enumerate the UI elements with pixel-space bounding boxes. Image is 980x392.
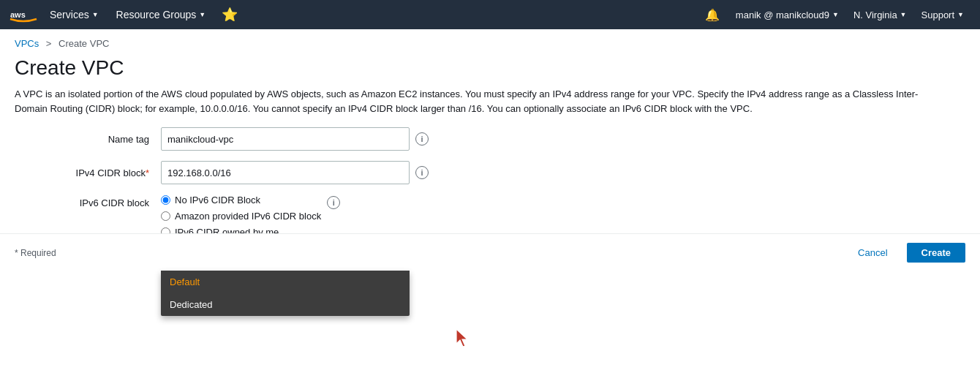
resource-groups-chevron: ▼ (199, 11, 206, 18)
tenancy-dropdown-menu: Default Dedicated (161, 271, 410, 316)
footer-bar: * Required Cancel Create (0, 233, 980, 271)
region-label: N. Virginia (853, 10, 897, 20)
page-description: A VPC is an isolated portion of the AWS … (0, 87, 936, 127)
resource-groups-label: Resource Groups (116, 9, 197, 20)
breadcrumb-separator: > (46, 38, 52, 49)
vpcs-breadcrumb-link[interactable]: VPCs (15, 38, 39, 49)
nav-right: 🔔 manik @ manikcloud9 ▼ N. Virginia ▼ Su… (696, 0, 971, 29)
top-nav: aws Services ▼ Resource Groups ▼ ⭐ 🔔 man… (0, 0, 980, 29)
user-nav-item[interactable]: manik @ manikcloud9 ▼ (728, 0, 846, 29)
ipv4-cidr-info-icon[interactable]: i (415, 166, 429, 179)
breadcrumb: VPCs > Create VPC (0, 29, 980, 52)
services-chevron: ▼ (92, 11, 99, 18)
name-tag-label: Name tag (15, 134, 161, 145)
name-tag-info-icon[interactable]: i (415, 132, 429, 146)
services-label: Services (50, 9, 89, 20)
breadcrumb-current: Create VPC (59, 38, 109, 49)
ipv6-no-cidr-radio[interactable] (161, 195, 170, 205)
aws-logo[interactable]: aws (9, 4, 38, 25)
user-chevron: ▼ (832, 11, 839, 18)
user-label: manik @ manikcloud9 (736, 10, 829, 20)
name-tag-input[interactable] (161, 127, 410, 151)
support-label: Support (921, 10, 955, 20)
name-tag-row: Name tag i (15, 127, 965, 151)
ipv4-cidr-label: IPv4 CIDR block* (15, 167, 161, 178)
tenancy-option-dedicated[interactable]: Dedicated (161, 293, 410, 316)
svg-text:aws: aws (10, 10, 26, 19)
create-button[interactable]: Create (907, 243, 965, 263)
ipv6-info-icon[interactable]: i (327, 196, 340, 209)
region-nav-item[interactable]: N. Virginia ▼ (846, 0, 914, 29)
cancel-button[interactable]: Cancel (846, 243, 899, 263)
bell-icon[interactable]: 🔔 (696, 8, 728, 22)
ipv6-cidr-label: IPv6 CIDR block (15, 195, 161, 208)
ipv6-cidr-row: IPv6 CIDR block No IPv6 CIDR Block Amazo… (15, 195, 965, 238)
pin-icon[interactable]: ⭐ (214, 7, 245, 23)
ipv6-radio-group: No IPv6 CIDR Block Amazon provided IPv6 … (161, 195, 321, 238)
region-chevron: ▼ (900, 11, 907, 18)
required-note: * Required (15, 248, 56, 258)
ipv4-cidr-row: IPv4 CIDR block* i (15, 161, 965, 184)
resource-groups-nav-item[interactable]: Resource Groups ▼ (108, 0, 215, 29)
services-nav-item[interactable]: Services ▼ (41, 0, 108, 29)
ipv6-option2-label[interactable]: Amazon provided IPv6 CIDR block (161, 211, 321, 222)
support-nav-item[interactable]: Support ▼ (914, 0, 971, 29)
tenancy-option-default[interactable]: Default (161, 271, 410, 293)
ipv6-amazon-radio[interactable] (161, 211, 170, 221)
ipv4-cidr-input[interactable] (161, 161, 410, 184)
ipv6-option1-label[interactable]: No IPv6 CIDR Block (161, 195, 321, 206)
support-chevron: ▼ (957, 11, 964, 18)
page-title: Create VPC (0, 52, 980, 87)
